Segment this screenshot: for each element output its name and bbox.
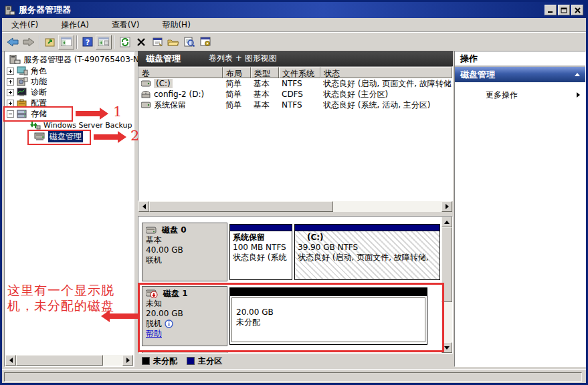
drive-icon — [141, 80, 151, 87]
volume-row-system-reserved[interactable]: 系统保留 简单 基本 NTFS 状态良好 (系统, 活动, 主分区) — [138, 100, 452, 110]
volume-layout: 简单 — [223, 89, 251, 100]
tree-item-windows-server-backup[interactable]: Windows Server Backup — [27, 120, 132, 130]
collapse-icon[interactable] — [7, 110, 14, 118]
backup-icon — [29, 120, 41, 130]
scrollbar-thumb[interactable] — [442, 227, 452, 302]
tree-item-disk-management[interactable]: 磁盘管理 — [31, 131, 83, 142]
delete-icon[interactable] — [133, 35, 149, 49]
toolbar-separator — [76, 35, 78, 49]
disk0-partition-c[interactable]: (C:) 39.90 GB NTFS 状态良好 (启动, 页面文件, 故障转储, — [294, 224, 440, 280]
console-tree-toggle-icon[interactable] — [58, 35, 74, 49]
menu-action[interactable]: 操作(A) — [58, 18, 92, 32]
close-button[interactable] — [571, 5, 583, 15]
partition-name: (C:) — [298, 233, 437, 243]
expand-icon[interactable] — [7, 89, 14, 96]
annotation-note: 这里有一个显示脱机，未分配的磁盘 — [7, 283, 130, 313]
annotation-arrow-note — [110, 313, 139, 319]
disk1-info[interactable]: 磁盘 1 未知 20.00 GB 脱机 帮助 — [142, 286, 227, 346]
scrollbar-thumb[interactable] — [149, 201, 333, 212]
volume-layout: 简单 — [223, 78, 251, 90]
disk1-partition-unallocated[interactable]: 20.00 GB 未分配 — [229, 287, 427, 345]
scroll-left-icon[interactable] — [5, 355, 16, 366]
menu-help[interactable]: 帮助(H) — [159, 18, 193, 32]
primary-partition-color-swatch — [187, 357, 195, 365]
toolbar: ? — [2, 33, 586, 51]
column-type[interactable]: 类型 — [251, 67, 279, 78]
submenu-arrow-icon — [577, 92, 580, 98]
header-title: 磁盘管理 — [146, 53, 181, 65]
scroll-right-icon[interactable] — [122, 355, 133, 366]
tree-item-features[interactable]: 功能 — [7, 76, 47, 87]
partition-size: 100 MB NTFS — [233, 243, 289, 253]
expand-icon[interactable] — [7, 68, 14, 75]
tree-root[interactable]: 服务器管理器 (T-490765403-ND — [7, 54, 145, 65]
scroll-up-icon[interactable] — [442, 217, 452, 227]
tree-item-diagnostics[interactable]: 诊断 — [7, 87, 47, 98]
expand-icon[interactable] — [7, 78, 14, 86]
tree-item-storage[interactable]: 存储 — [7, 108, 47, 119]
disk1-size: 20.00 GB — [146, 309, 223, 319]
disk-graphical-view: 磁盘 0 基本 40.00 GB 联机 系统保留 100 MB NTFS 状态良… — [138, 216, 453, 354]
volume-fs: NTFS — [279, 79, 320, 88]
scroll-left-icon[interactable] — [138, 201, 149, 212]
column-status[interactable]: 状态 — [320, 67, 452, 78]
properties-icon[interactable] — [149, 35, 165, 49]
more-actions-label: 更多操作 — [486, 90, 518, 101]
minimize-button[interactable] — [545, 5, 557, 15]
tree-item-configuration[interactable]: 配置 — [7, 98, 47, 108]
menu-bar: 文件(F) 操作(A) 查看(V) 帮助(H) — [2, 18, 586, 33]
volume-horizontal-scrollbar[interactable] — [138, 201, 452, 212]
volume-row-d[interactable]: config-2 (D:) 简单 基本 CDFS 状态良好 (主分区) — [138, 89, 452, 100]
primary-partition-strip — [295, 225, 439, 231]
maximize-button[interactable] — [558, 5, 570, 15]
more-actions-item[interactable]: 更多操作 — [455, 88, 585, 102]
export-list-icon[interactable] — [42, 35, 58, 49]
tree-horizontal-scrollbar[interactable] — [5, 355, 133, 366]
console-settings-icon[interactable] — [197, 35, 213, 49]
back-arrow-icon[interactable] — [5, 35, 21, 49]
disk-icon — [146, 227, 157, 234]
volume-status: 状态良好 (系统, 活动, 主分区) — [320, 100, 452, 111]
refresh-icon[interactable] — [117, 35, 133, 49]
status-bar — [2, 369, 586, 383]
volume-name: 系统保留 — [154, 100, 186, 111]
volume-type: 基本 — [251, 78, 279, 90]
disk-vertical-scrollbar[interactable] — [442, 217, 452, 353]
action-pane-toggle-icon[interactable] — [96, 35, 112, 49]
scroll-down-icon[interactable] — [442, 342, 452, 353]
disk0-type: 基本 — [146, 235, 223, 245]
tree-item-label: 存储 — [31, 108, 47, 120]
tree-item-roles[interactable]: 角色 — [7, 66, 47, 76]
help-link[interactable]: 帮助 — [146, 329, 162, 338]
volume-type: 基本 — [251, 89, 279, 100]
menu-view[interactable]: 查看(V) — [109, 18, 142, 32]
scroll-right-icon[interactable] — [442, 201, 452, 212]
volume-status: 状态良好 (启动, 页面文件, 故障转储, 主 — [320, 78, 452, 90]
help-icon[interactable]: ? — [80, 35, 96, 49]
forward-arrow-icon[interactable] — [21, 35, 37, 49]
disk0-name: 磁盘 0 — [162, 225, 187, 235]
disk0-info[interactable]: 磁盘 0 基本 40.00 GB 联机 — [142, 223, 227, 281]
disk0-size: 40.00 GB — [146, 245, 223, 255]
menu-file[interactable]: 文件(F) — [9, 18, 41, 32]
status-field — [4, 372, 582, 382]
actions-section-label: 磁盘管理 — [460, 69, 495, 81]
actions-section-disk-management[interactable]: 磁盘管理 — [455, 67, 585, 82]
server-manager-window: 服务器管理器 文件(F) 操作(A) 查看(V) 帮助(H) ? — [0, 0, 588, 385]
column-filesystem[interactable]: 文件系统 — [279, 67, 320, 78]
disk0-partition-system-reserved[interactable]: 系统保留 100 MB NTFS 状态良好 (系统 — [229, 224, 292, 280]
column-layout[interactable]: 布局 — [223, 67, 251, 78]
collapse-chevron-icon[interactable] — [575, 73, 580, 76]
find-icon[interactable] — [181, 35, 197, 49]
title-bar[interactable]: 服务器管理器 — [2, 2, 586, 18]
scrollbar-thumb[interactable] — [16, 355, 103, 366]
expand-icon[interactable] — [7, 100, 14, 107]
open-folder-icon[interactable] — [165, 35, 181, 49]
tree-item-label: 角色 — [31, 66, 47, 77]
annotation-arrow-1 — [76, 111, 100, 116]
disk-management-header: 磁盘管理 卷列表 + 图形视图 — [138, 51, 453, 66]
column-volume[interactable]: 卷 — [138, 67, 223, 78]
console-tree-panel: 服务器管理器 (T-490765403-ND 角色 功能 诊断 配置 存储 — [4, 51, 134, 367]
info-icon[interactable] — [165, 319, 173, 328]
volume-row-c[interactable]: (C:) 简单 基本 NTFS 状态良好 (启动, 页面文件, 故障转储, 主 — [138, 78, 452, 89]
